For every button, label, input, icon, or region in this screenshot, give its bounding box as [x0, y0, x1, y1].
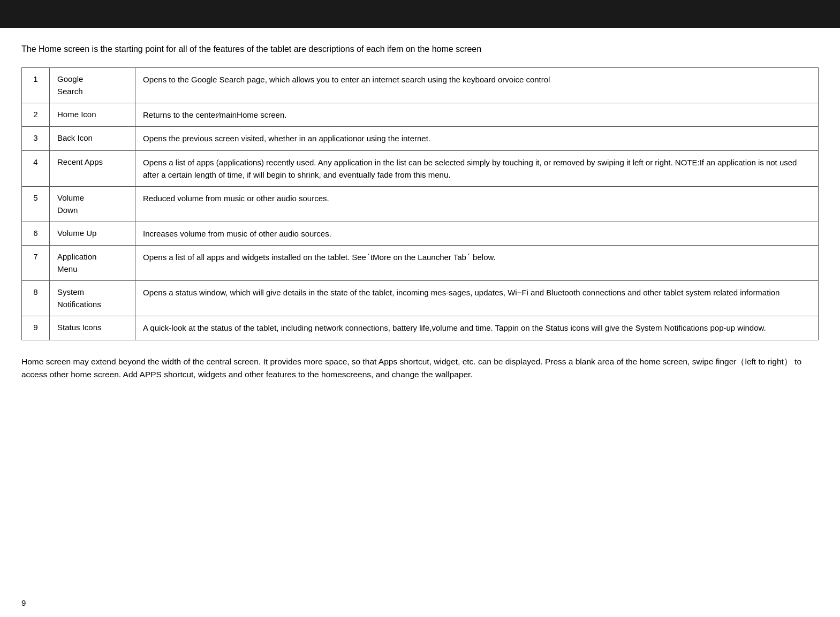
row-number: 7	[22, 246, 50, 281]
table-row: 7ApplicationMenuOpens a list of all apps…	[22, 246, 819, 281]
row-feature-name: GoogleSearch	[50, 68, 135, 103]
row-number: 3	[22, 127, 50, 150]
row-feature-name: SystemNotifications	[50, 281, 135, 316]
row-feature-name: Back Icon	[50, 127, 135, 150]
row-description: Opens to the Google Search page, which a…	[135, 68, 819, 103]
table-row: 9Status IconsA quick-look at the status …	[22, 316, 819, 340]
header-bar	[0, 0, 840, 28]
row-number: 2	[22, 103, 50, 127]
row-number: 1	[22, 68, 50, 103]
row-feature-name: Status Icons	[50, 316, 135, 340]
table-row: 5VolumeDownReduced volume from music or …	[22, 187, 819, 222]
row-description: Reduced volume from music or other audio…	[135, 187, 819, 222]
page-number: 9	[21, 598, 26, 607]
intro-text: The Home screen is the starting point fo…	[21, 43, 819, 56]
content-area: The Home screen is the starting point fo…	[0, 28, 840, 403]
table-row: 8SystemNotificationsOpens a status windo…	[22, 281, 819, 316]
table-row: 2Home IconReturns to the center∕mainHome…	[22, 103, 819, 127]
row-feature-name: Home Icon	[50, 103, 135, 127]
row-feature-name: VolumeDown	[50, 187, 135, 222]
row-number: 5	[22, 187, 50, 222]
table-row: 4Recent AppsOpens a list of apps (applic…	[22, 150, 819, 187]
table-row: 1GoogleSearchOpens to the Google Search …	[22, 68, 819, 103]
row-feature-name: Volume Up	[50, 222, 135, 246]
row-feature-name: Recent Apps	[50, 150, 135, 187]
row-feature-name: ApplicationMenu	[50, 246, 135, 281]
row-description: Opens a list of apps (applications) rece…	[135, 150, 819, 187]
table-row: 3Back IconOpens the previous screen visi…	[22, 127, 819, 150]
footer-text: Home screen may extend beyond the width …	[21, 355, 819, 382]
row-description: Returns to the center∕mainHome screen.	[135, 103, 819, 127]
row-number: 6	[22, 222, 50, 246]
row-description: Opens a status window, which will give d…	[135, 281, 819, 316]
row-number: 8	[22, 281, 50, 316]
features-table: 1GoogleSearchOpens to the Google Search …	[21, 67, 819, 340]
row-description: Opens the previous screen visited, wheth…	[135, 127, 819, 150]
row-description: Opens a list of all apps and widgets ins…	[135, 246, 819, 281]
table-row: 6Volume UpIncreases volume from music of…	[22, 222, 819, 246]
row-description: A quick-look at the status of the tablet…	[135, 316, 819, 340]
row-number: 4	[22, 150, 50, 187]
row-description: Increases volume from music of other aud…	[135, 222, 819, 246]
row-number: 9	[22, 316, 50, 340]
